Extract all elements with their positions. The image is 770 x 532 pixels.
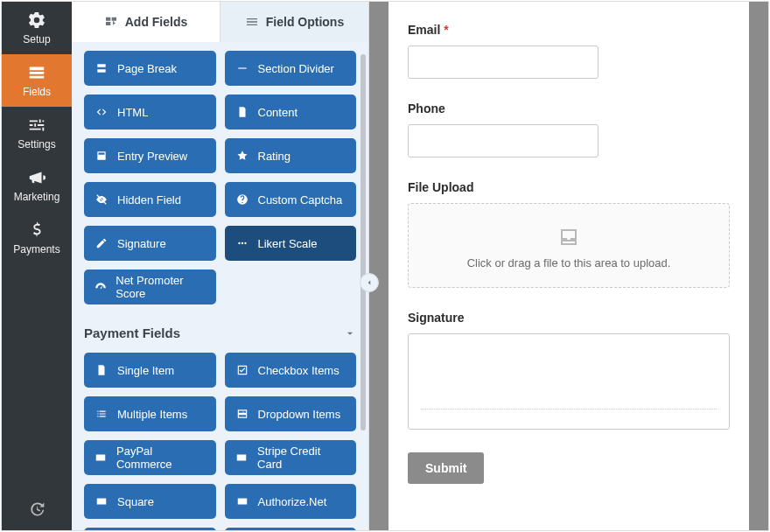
field-content[interactable]: Content: [225, 94, 357, 130]
field-multiple-items[interactable]: Multiple Items: [84, 396, 216, 431]
email-label: Email *: [408, 23, 730, 37]
nav-payments[interactable]: Payments: [2, 212, 72, 264]
field-label: Section Divider: [258, 62, 334, 75]
field-label: Content: [258, 106, 298, 119]
field-authorize-net[interactable]: Authorize.Net: [225, 484, 357, 519]
preview-icon: [94, 149, 108, 163]
email-input[interactable]: [408, 46, 598, 79]
question-icon: [235, 192, 249, 206]
megaphone-icon: [27, 168, 46, 187]
field-stripe[interactable]: Stripe Credit Card: [225, 440, 357, 475]
payment-fields-header[interactable]: Payment Fields: [84, 326, 356, 340]
upload-placeholder: Click or drag a file to this area to upl…: [467, 256, 671, 270]
form-preview-area: Email * Phone File Upload Click or drag …: [369, 2, 768, 530]
signature-line: [421, 409, 717, 410]
field-paypal[interactable]: PayPal Commerce: [84, 440, 216, 475]
field-html[interactable]: HTML: [84, 94, 216, 130]
history-icon: [28, 500, 46, 518]
field-rating[interactable]: Rating: [225, 138, 357, 173]
field-coupon[interactable]: Coupon: [84, 528, 216, 530]
credit-card-icon: [94, 451, 108, 465]
nav-settings[interactable]: Settings: [2, 107, 72, 159]
nav-label: Setup: [23, 33, 50, 46]
credit-card-icon: [235, 451, 249, 465]
dropdown-icon: [235, 407, 249, 421]
field-label: Net Promoter Score: [116, 274, 205, 300]
document-icon: [235, 105, 249, 119]
nav-label: Settings: [18, 138, 55, 150]
field-label: Entry Preview: [117, 150, 187, 163]
field-custom-captcha[interactable]: Custom Captcha: [225, 182, 357, 217]
field-dropdown-items[interactable]: Dropdown Items: [225, 396, 357, 431]
tab-field-options[interactable]: Field Options: [220, 2, 368, 42]
field-likert-scale[interactable]: Likert Scale: [225, 226, 357, 261]
field-hidden[interactable]: Hidden Field: [84, 182, 216, 217]
pencil-icon: [94, 236, 108, 250]
tab-label: Field Options: [266, 15, 344, 29]
gear-icon: [27, 10, 46, 30]
options-icon: [245, 15, 259, 29]
svg-point-2: [244, 242, 246, 244]
divider-icon: [235, 61, 249, 75]
nav-label: Payments: [13, 243, 60, 256]
required-indicator: *: [444, 23, 448, 37]
nav-label: Fields: [23, 86, 51, 98]
field-label: Dropdown Items: [258, 408, 341, 421]
field-entry-preview[interactable]: Entry Preview: [84, 138, 216, 173]
upload-label: File Upload: [408, 180, 730, 194]
checkbox-icon: [235, 363, 249, 377]
field-label: PayPal Commerce: [116, 444, 206, 471]
field-label: Square: [117, 495, 154, 508]
fields-panel: Add Fields Field Options Page Break Sect…: [72, 2, 369, 530]
submit-button[interactable]: Submit: [408, 452, 484, 484]
field-label: Authorize.Net: [258, 495, 327, 508]
nav-label: Marketing: [14, 191, 60, 203]
field-label: Signature: [117, 237, 166, 250]
form-field-signature[interactable]: Signature: [408, 311, 730, 430]
signature-pad[interactable]: [408, 333, 730, 430]
grid-dots-icon: [235, 236, 249, 250]
eye-off-icon: [94, 192, 108, 206]
svg-point-0: [238, 242, 240, 244]
tab-add-fields[interactable]: Add Fields: [72, 2, 220, 42]
form-field-email[interactable]: Email *: [408, 23, 730, 79]
field-label: HTML: [117, 106, 148, 119]
nav-history[interactable]: [2, 488, 72, 530]
code-icon: [94, 105, 108, 119]
sliders-icon: [27, 116, 46, 135]
field-square[interactable]: Square: [84, 484, 216, 519]
field-checkbox-items[interactable]: Checkbox Items: [225, 353, 357, 388]
form-field-upload[interactable]: File Upload Click or drag a file to this…: [408, 180, 730, 288]
page-break-icon: [94, 61, 108, 75]
section-title: Payment Fields: [84, 326, 180, 340]
inbox-icon: [556, 227, 581, 248]
tab-label: Add Fields: [125, 15, 188, 29]
list-icon: [94, 407, 108, 421]
chevron-down-icon: [344, 327, 356, 340]
field-label: Multiple Items: [117, 408, 187, 421]
credit-card-icon: [94, 494, 108, 508]
field-nps[interactable]: Net Promoter Score: [84, 270, 216, 304]
field-group-payment: Single Item Checkbox Items Multiple Item…: [84, 353, 356, 530]
nav-setup[interactable]: Setup: [2, 2, 72, 54]
form-field-phone[interactable]: Phone: [408, 102, 730, 158]
field-label: Custom Captcha: [258, 193, 343, 206]
chevron-left-icon: [365, 278, 374, 287]
field-total[interactable]: Total: [225, 528, 357, 530]
phone-input[interactable]: [408, 124, 598, 158]
field-section-divider[interactable]: Section Divider: [225, 51, 357, 86]
nav-fields[interactable]: Fields: [2, 54, 72, 107]
field-single-item[interactable]: Single Item: [84, 353, 216, 388]
field-page-break[interactable]: Page Break: [84, 51, 216, 86]
panel-scrollbar[interactable]: [360, 54, 366, 430]
file-upload-dropzone[interactable]: Click or drag a file to this area to upl…: [408, 203, 730, 288]
field-label: Likert Scale: [258, 237, 318, 250]
nav-marketing[interactable]: Marketing: [2, 159, 72, 212]
field-signature[interactable]: Signature: [84, 226, 216, 261]
field-label: Single Item: [117, 364, 174, 377]
left-nav: Setup Fields Settings Marketing Payments: [2, 2, 72, 530]
phone-label: Phone: [408, 102, 730, 116]
collapse-panel-toggle[interactable]: [360, 273, 379, 292]
field-label: Checkbox Items: [258, 364, 340, 377]
svg-point-1: [241, 242, 242, 244]
